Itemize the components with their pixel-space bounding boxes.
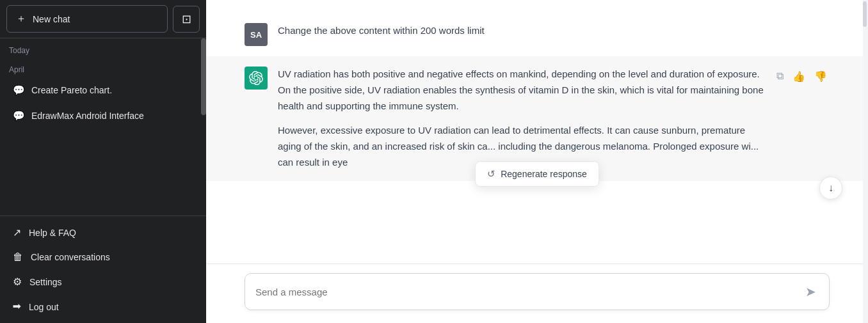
ai-avatar	[245, 67, 268, 90]
clear-conversations-label: Clear conversations	[31, 252, 110, 262]
user-message-text: Change the above content within 200 word…	[278, 25, 485, 36]
chevron-down-icon: ↓	[828, 182, 833, 194]
logout-item[interactable]: ⬅ Log out	[4, 294, 202, 319]
thumbdown-button[interactable]: 👎	[812, 68, 830, 85]
chat-icon-2: 💬	[13, 110, 25, 122]
copy-button[interactable]: ⧉	[774, 68, 786, 84]
clear-conversations-item[interactable]: 🗑 Clear conversations	[4, 245, 202, 269]
trash-icon: 🗑	[13, 251, 23, 263]
ai-message-content: UV radiation has both positive and negat…	[278, 67, 764, 171]
settings-label: Settings	[29, 277, 62, 287]
external-link-icon: ↗	[13, 226, 21, 239]
chat-item-create-pareto[interactable]: 💬 Create Pareto chart.	[4, 78, 202, 102]
openai-logo	[249, 71, 263, 85]
scroll-to-bottom-button[interactable]: ↓	[819, 177, 842, 200]
chat-icon: 💬	[13, 84, 25, 96]
chat-item-label: Create Pareto chart.	[31, 85, 112, 95]
chat-item-edrawmax[interactable]: 💬 EdrawMax Android Interface	[4, 104, 202, 128]
regenerate-label: Regenerate response	[501, 169, 587, 179]
chat-item-label-2: EdrawMax Android Interface	[31, 111, 144, 121]
thumbup-button[interactable]: 👍	[790, 68, 808, 85]
logout-label: Log out	[29, 302, 59, 312]
right-scrollbar[interactable]	[863, 0, 868, 323]
new-chat-label: New chat	[33, 14, 70, 24]
help-faq-item[interactable]: ↗ Help & FAQ	[4, 220, 202, 245]
user-avatar: SA	[245, 23, 268, 46]
logout-icon: ⬅	[13, 301, 21, 313]
help-faq-label: Help & FAQ	[29, 228, 76, 238]
regenerate-icon: ↺	[487, 168, 495, 180]
ai-paragraph-1: UV radiation has both positive and negat…	[278, 67, 764, 114]
send-button[interactable]: ➤	[803, 281, 819, 302]
message-actions: ⧉ 👍 👎	[774, 67, 830, 171]
thumbdown-icon: 👎	[814, 71, 827, 82]
chat-area: SA Change the above content within 200 w…	[206, 0, 868, 264]
main-content: SA Change the above content within 200 w…	[206, 0, 868, 323]
plus-icon: ＋	[16, 12, 26, 26]
today-section-label: Today	[0, 38, 206, 58]
message-input-box: ➤	[245, 273, 830, 310]
thumbup-icon: 👍	[792, 71, 805, 82]
layout-icon: ⊡	[182, 12, 191, 26]
user-message-content: Change the above content within 200 word…	[278, 23, 790, 46]
copy-icon: ⧉	[776, 70, 784, 81]
settings-item[interactable]: ⚙ Settings	[4, 269, 202, 294]
gear-icon: ⚙	[13, 276, 22, 288]
sidebar-body: Today April 💬 Create Pareto chart. 💬 Edr…	[0, 38, 206, 216]
scrollbar-thumb	[863, 1, 867, 27]
input-area: ➤	[206, 264, 868, 323]
layout-toggle-button[interactable]: ⊡	[173, 6, 200, 33]
scroll-indicator	[201, 38, 206, 115]
regenerate-popup[interactable]: ↺ Regenerate response	[475, 161, 599, 187]
send-icon: ➤	[805, 284, 816, 299]
sidebar-footer: ↗ Help & FAQ 🗑 Clear conversations ⚙ Set…	[0, 216, 206, 323]
new-chat-button[interactable]: ＋ New chat	[6, 5, 168, 33]
april-section-label: April	[0, 58, 206, 77]
message-input[interactable]	[255, 287, 803, 297]
user-message-row: SA Change the above content within 200 w…	[206, 13, 868, 56]
sidebar: ＋ New chat ⊡ Today April 💬 Create Pareto…	[0, 0, 206, 323]
sidebar-header: ＋ New chat ⊡	[0, 0, 206, 38]
